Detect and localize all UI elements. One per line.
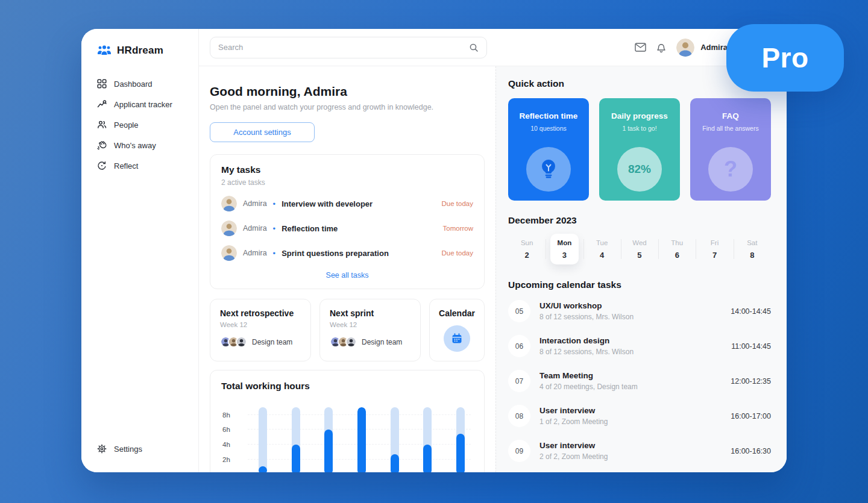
question-mark-icon: ? xyxy=(708,147,753,192)
event-time: 12:00-12:35 xyxy=(731,377,771,386)
user-avatar xyxy=(676,39,694,57)
event-title: User interview xyxy=(539,406,722,415)
search-icon[interactable] xyxy=(469,43,479,52)
task-due-badge: Due today xyxy=(442,200,473,207)
task-title: Reflection time xyxy=(281,224,338,233)
day-cell[interactable]: Wed 5 xyxy=(626,234,653,264)
event-title: Interaction design xyxy=(539,336,722,345)
event-subtitle: 8 of 12 sessions, Mrs. Wilson xyxy=(539,313,722,321)
sidebar-item-label: Reflect xyxy=(114,161,138,170)
app-window: HRdream Dashboard Applicant tracker xyxy=(81,29,787,472)
y-tick: 8h xyxy=(222,411,241,419)
sidebar-item-label: People xyxy=(114,120,138,130)
chart-bars xyxy=(259,407,465,472)
qa-card-title: FAQ xyxy=(722,111,739,120)
event-day-badge: 09 xyxy=(508,440,530,462)
dot-separator: • xyxy=(273,199,276,208)
chart-bar xyxy=(259,407,267,472)
upcoming-title: Upcoming calendar tasks xyxy=(508,280,771,290)
card-title: Calendar xyxy=(436,308,478,318)
next-sprint-card: Next sprint Week 12 Design team xyxy=(319,299,421,361)
event-day-badge: 06 xyxy=(508,335,530,357)
sidebar-item-label: Applicant tracker xyxy=(114,100,172,109)
y-tick: 0h xyxy=(222,471,241,472)
my-tasks-title: My tasks xyxy=(221,164,473,175)
calendar-icon[interactable] xyxy=(444,325,470,352)
chart-bar xyxy=(456,407,465,472)
history-icon xyxy=(97,161,107,170)
avatar xyxy=(221,220,237,236)
my-tasks-subtitle: 2 active tasks xyxy=(221,178,473,187)
mail-icon[interactable] xyxy=(635,43,646,52)
dashboard-grid-icon xyxy=(97,79,107,89)
month-label: December 2023 xyxy=(508,215,771,226)
reflection-time-card[interactable]: Reflection time 10 questions xyxy=(508,98,589,201)
greeting-title: Good morning, Admira xyxy=(210,84,485,99)
day-cell[interactable]: Fri 7 xyxy=(700,234,728,264)
event-row[interactable]: 05 UX/UI workshop 8 of 12 sessions, Mrs.… xyxy=(508,300,771,322)
quick-action-cards: Reflection time 10 questions Daily progr… xyxy=(508,98,771,201)
task-assignee: Admira xyxy=(243,224,267,233)
sidebar-item-settings[interactable]: Settings xyxy=(81,439,198,459)
progress-value: 82% xyxy=(628,163,651,176)
profile-menu[interactable]: Admira xyxy=(676,39,728,57)
avatar xyxy=(221,196,237,211)
event-subtitle: 8 of 12 sessions, Mrs. Wilson xyxy=(539,348,722,356)
search-input-wrapper xyxy=(210,37,487,58)
dot-separator: • xyxy=(273,224,276,233)
qa-card-subtitle: Find all the answers xyxy=(702,125,758,132)
day-cell[interactable]: Thu 6 xyxy=(663,234,691,264)
task-title: Interview with developer xyxy=(281,199,373,208)
calendar-card[interactable]: Calendar xyxy=(429,299,485,361)
task-due-badge: Tomorrow xyxy=(443,225,473,232)
see-all-tasks-link[interactable]: See all tasks xyxy=(221,271,473,280)
chart-bar xyxy=(292,407,300,472)
event-row[interactable]: 06 Interaction design 8 of 12 sessions, … xyxy=(508,335,771,357)
qa-card-title: Daily progress xyxy=(611,111,668,120)
event-row[interactable]: 08 User interview 1 of 2, Zoom Meeting 1… xyxy=(508,405,771,427)
day-cell-selected[interactable]: Mon 3 xyxy=(550,234,578,264)
event-row[interactable]: 07 Team Meeting 4 of 20 meetings, Design… xyxy=(508,370,771,392)
upcoming-events: 05 UX/UI workshop 8 of 12 sessions, Mrs.… xyxy=(508,300,771,462)
event-row[interactable]: 09 User interview 2 of 2, Zoom Meeting 1… xyxy=(508,440,771,462)
sidebar-item-label: Settings xyxy=(114,445,142,454)
people-icon xyxy=(97,120,107,130)
waving-hand-icon xyxy=(97,140,107,150)
user-name: Admira xyxy=(700,43,728,52)
event-title: Team Meeting xyxy=(539,371,722,380)
sidebar-item-dashboard[interactable]: Dashboard xyxy=(81,73,198,94)
daily-progress-card[interactable]: Daily progress 1 task to go! 82% xyxy=(599,98,680,201)
sidebar-item-whos-away[interactable]: Who's away xyxy=(81,135,198,155)
task-row[interactable]: Admira • Sprint questions preparation Du… xyxy=(221,245,473,261)
account-settings-button[interactable]: Account settings xyxy=(210,122,315,142)
working-hours-title: Total working hours xyxy=(221,381,473,392)
desktop-background: { "app": { "name": "HRdream", "pro_badge… xyxy=(0,0,868,503)
card-title: Next sprint xyxy=(330,308,410,318)
y-tick: 2h xyxy=(222,456,241,463)
greeting-subtitle: Open the panel and watch your progress a… xyxy=(210,103,485,111)
day-cell[interactable]: Sat 8 xyxy=(738,234,766,264)
sidebar-item-people[interactable]: People xyxy=(81,114,198,135)
task-row[interactable]: Admira • Reflection time Tomorrow xyxy=(221,220,473,236)
sidebar-item-applicant-tracker[interactable]: Applicant tracker xyxy=(81,94,198,114)
event-time: 14:00-14:45 xyxy=(731,307,771,316)
topbar-actions: Admira xyxy=(635,39,728,57)
chart-bar xyxy=(423,407,432,472)
task-due-badge: Due today xyxy=(442,249,473,257)
team-label: Design team xyxy=(362,338,402,346)
team-avatars xyxy=(220,336,247,348)
faq-card[interactable]: FAQ Find all the answers ? xyxy=(690,98,771,201)
sidebar-item-label: Who's away xyxy=(114,141,156,150)
my-tasks-card: My tasks 2 active tasks Admira • Intervi… xyxy=(210,154,485,289)
bell-icon[interactable] xyxy=(656,42,666,53)
chart-bar xyxy=(391,407,399,472)
avatar xyxy=(221,245,237,261)
day-cell[interactable]: Tue 4 xyxy=(588,234,616,264)
event-subtitle: 2 of 2, Zoom Meeting xyxy=(539,452,722,461)
task-row[interactable]: Admira • Interview with developer Due to… xyxy=(221,196,473,211)
day-cell[interactable]: Sun 2 xyxy=(513,234,541,264)
event-time: 16:00-16:30 xyxy=(731,447,771,455)
search-input[interactable] xyxy=(218,43,469,52)
sidebar: HRdream Dashboard Applicant tracker xyxy=(81,29,199,472)
sidebar-item-reflect[interactable]: Reflect xyxy=(81,155,198,176)
